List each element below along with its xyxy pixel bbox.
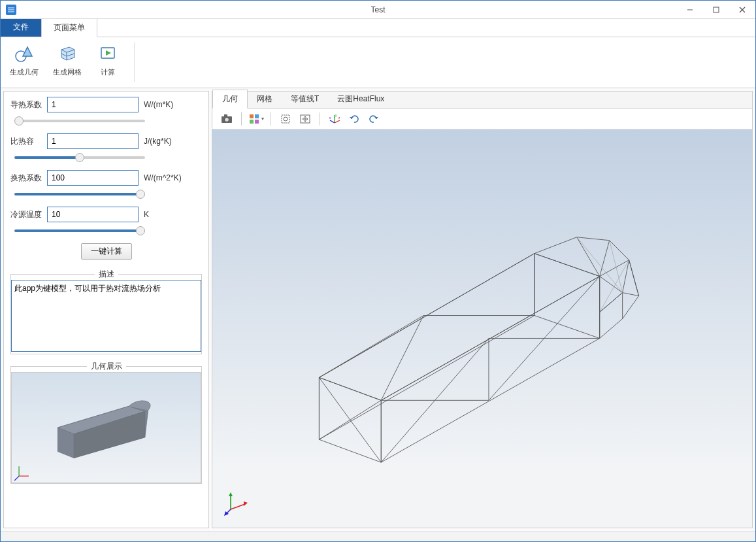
- thermal-conductivity-slider[interactable]: [14, 120, 145, 122]
- svg-line-38: [319, 377, 381, 462]
- axis-triad: [224, 490, 250, 516]
- specific-heat-slider[interactable]: [14, 156, 145, 159]
- window-title: Test: [370, 5, 385, 14]
- thermal-conductivity-unit: W/(m*K): [144, 100, 173, 109]
- ribbon-mesh-label: 生成网格: [53, 67, 82, 77]
- svg-marker-32: [374, 117, 378, 119]
- pan-button[interactable]: [296, 110, 314, 127]
- svg-marker-65: [244, 501, 248, 506]
- snapshot-button[interactable]: [218, 110, 236, 127]
- svg-marker-33: [319, 254, 534, 440]
- geometry-preview-viewport[interactable]: [11, 372, 201, 483]
- svg-point-23: [284, 117, 288, 121]
- ribbon-compute[interactable]: 计算: [93, 40, 122, 78]
- tab-geometry[interactable]: 几何: [212, 90, 248, 109]
- ribbon-generate-geometry[interactable]: 生成几何: [7, 40, 41, 78]
- svg-text:z: z: [338, 116, 340, 120]
- geometry-preview-fieldset: 几何展示: [10, 361, 202, 484]
- svg-rect-2: [714, 7, 719, 12]
- specific-heat-slider-wrap: [14, 152, 145, 161]
- tab-mesh[interactable]: 网格: [248, 90, 282, 108]
- heat-transfer-coef-label: 换热系数: [10, 173, 42, 184]
- specific-heat-input[interactable]: [47, 133, 139, 149]
- thermal-conductivity-input[interactable]: [47, 97, 139, 112]
- close-button[interactable]: [729, 1, 755, 18]
- ribbon-geometry-label: 生成几何: [10, 67, 39, 77]
- zoom-extents-button[interactable]: [276, 110, 295, 127]
- svg-marker-36: [319, 254, 599, 401]
- svg-line-56: [629, 260, 639, 296]
- svg-rect-20: [250, 120, 254, 124]
- svg-text:x: x: [329, 116, 331, 120]
- cold-source-temp-slider-wrap: [14, 225, 145, 234]
- title-bar: Test: [1, 1, 755, 19]
- rotate-ccw-icon: [348, 114, 360, 124]
- main-panel: 几何 网格 等值线T 云图HeatFlux ▾ yzx: [212, 91, 753, 528]
- geometry-preview-legend: 几何展示: [87, 361, 126, 372]
- param-specific-heat: 比热容 J/(kg*K): [10, 133, 202, 149]
- svg-rect-19: [255, 114, 259, 118]
- view-presets-button[interactable]: ▾: [247, 110, 265, 127]
- menu-file[interactable]: 文件: [1, 18, 41, 37]
- svg-rect-21: [255, 120, 259, 124]
- cold-source-temp-slider[interactable]: [14, 229, 145, 232]
- svg-line-64: [231, 504, 245, 509]
- one-click-compute-row: 一键计算: [10, 243, 202, 260]
- cold-source-temp-input[interactable]: [47, 207, 139, 222]
- compute-icon: [96, 41, 120, 65]
- svg-line-55: [623, 293, 639, 296]
- cold-source-temp-unit: K: [144, 210, 149, 219]
- svg-line-14: [14, 476, 19, 481]
- thermal-conductivity-slider-wrap: [14, 115, 145, 124]
- minimize-button[interactable]: [677, 1, 703, 18]
- pan-icon: [299, 114, 311, 124]
- menu-page[interactable]: 页面菜单: [41, 18, 97, 37]
- svg-rect-16: [224, 114, 227, 117]
- svg-rect-22: [282, 115, 289, 123]
- ribbon-generate-mesh[interactable]: 生成网格: [50, 40, 84, 78]
- views-icon: [249, 114, 261, 124]
- geometry-icon: [12, 41, 36, 65]
- rotate-cw-icon: [368, 114, 380, 124]
- param-cold-source-temp: 冷源温度 K: [10, 207, 202, 222]
- sidebar: 导热系数 W/(m*K) 比热容 J/(kg*K) 换热系数 W/(m^2*K)…: [3, 91, 209, 528]
- description-textarea[interactable]: [11, 280, 201, 352]
- viewport-toolbar: ▾ yzx: [212, 109, 752, 129]
- heat-transfer-coef-unit: W/(m^2*K): [144, 173, 182, 182]
- rotate-ccw-button[interactable]: [345, 110, 363, 127]
- maximize-button[interactable]: [703, 1, 729, 18]
- heat-transfer-coef-slider[interactable]: [14, 193, 145, 195]
- rotate-cw-button[interactable]: [365, 110, 383, 127]
- svg-rect-18: [250, 114, 254, 118]
- param-thermal-conductivity: 导热系数 W/(m*K): [10, 97, 202, 112]
- description-fieldset: 描述: [10, 269, 202, 354]
- menu-bar: 文件 页面菜单: [1, 19, 755, 37]
- zoom-extents-icon: [280, 114, 291, 124]
- svg-line-26: [335, 120, 340, 123]
- svg-line-27: [330, 120, 335, 123]
- heat-transfer-coef-slider-wrap: [14, 188, 145, 197]
- svg-text:y: y: [335, 114, 337, 117]
- param-heat-transfer-coef: 换热系数 W/(m^2*K): [10, 170, 202, 186]
- one-click-compute-button[interactable]: 一键计算: [81, 243, 132, 260]
- svg-point-17: [225, 117, 229, 122]
- svg-line-57: [534, 316, 600, 339]
- 3d-viewport[interactable]: [212, 129, 752, 528]
- content-area: 导热系数 W/(m*K) 比热容 J/(kg*K) 换热系数 W/(m^2*K)…: [1, 88, 755, 531]
- svg-marker-8: [106, 50, 111, 56]
- app-icon: [5, 3, 18, 16]
- tab-isoline[interactable]: 等值线T: [282, 90, 328, 108]
- tab-cloud[interactable]: 云图HeatFlux: [328, 90, 393, 108]
- svg-marker-31: [350, 117, 353, 119]
- svg-marker-63: [229, 492, 233, 496]
- specific-heat-label: 比热容: [10, 136, 42, 147]
- svg-line-47: [534, 254, 600, 277]
- thermal-conductivity-label: 导热系数: [10, 99, 42, 110]
- description-legend: 描述: [95, 269, 118, 280]
- toolbar-separator: [241, 112, 242, 126]
- toolbar-separator: [271, 112, 271, 126]
- axis-button[interactable]: yzx: [325, 110, 344, 127]
- heat-transfer-coef-input[interactable]: [47, 170, 139, 186]
- status-bar: [1, 531, 755, 541]
- window-controls: [677, 1, 755, 18]
